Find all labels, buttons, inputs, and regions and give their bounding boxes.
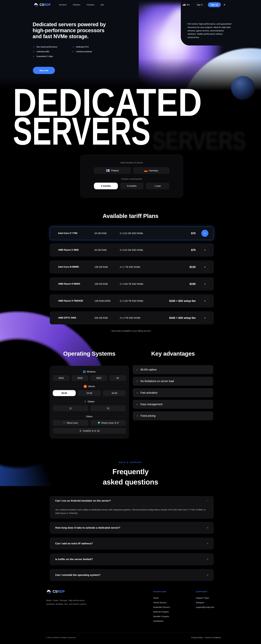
- plan-arrow-button[interactable]: ›: [201, 246, 208, 254]
- footer-link-home[interactable]: Home: [153, 597, 170, 601]
- cloud-logo-icon: [46, 590, 51, 594]
- location-button-finland[interactable]: Finland: [94, 167, 131, 174]
- os-button-debian-11[interactable]: 11: [53, 405, 88, 411]
- os-group-ubuntu: Ubuntu: [53, 385, 126, 388]
- faq-question[interactable]: Can I add an extra IP address?: [55, 538, 93, 550]
- period-button-6-months[interactable]: 6 months: [120, 182, 144, 189]
- faq-item[interactable]: Can I reinstall the operating system? +: [50, 569, 214, 581]
- privacy-policy-link[interactable]: Privacy Policy: [191, 636, 203, 638]
- faq-item[interactable]: How long does it take to activate a dedi…: [50, 522, 214, 534]
- plan-ram: 128 GB RAM: [95, 266, 108, 268]
- plan-price: $195 + $25 setup fee: [169, 300, 196, 302]
- faq-question[interactable]: How long does it take to activate a dedi…: [55, 522, 120, 534]
- faq-question[interactable]: Can I reinstall the operating system?: [55, 569, 100, 581]
- footer-link-dashboard[interactable]: Dashboard: [153, 620, 170, 624]
- plan-row[interactable]: AMD Ryzen 9 7950X3D 128 RAM DDR5 2 x 1.9…: [50, 294, 214, 308]
- os-button-windows-2016[interactable]: 2016: [53, 375, 70, 381]
- service-selector-card: Select location of service Finland Germa…: [80, 155, 183, 198]
- faq-item[interactable]: Is traffic on the server limited? +: [50, 553, 214, 565]
- plan-cpu: AMD EPYC 9454: [58, 316, 76, 319]
- plan-arrow-button[interactable]: ›: [201, 314, 208, 322]
- advantage-item: ✓99.9% uptime: [133, 365, 213, 374]
- plan-row[interactable]: Intel Core i7-7700 64 GB RAM 2 x 512 GB …: [50, 226, 214, 240]
- plan-row[interactable]: AMD Ryzen 5 3600 64 GB RAM 2 x 512 GB SS…: [50, 244, 214, 256]
- nav-link-partners[interactable]: Partners: [73, 4, 80, 6]
- footer-link-dedicated-servers[interactable]: Dedicated Servers: [153, 606, 170, 610]
- footer-link-virtual-servers[interactable]: Virtual Servers: [153, 601, 170, 606]
- plan-arrow-button[interactable]: ›: [201, 280, 208, 288]
- period-button-3-months[interactable]: 3 months: [94, 182, 118, 189]
- plan-price: $445 + $45 setup fee: [169, 316, 196, 320]
- check-icon: ✓: [136, 403, 138, 406]
- os-button-ubuntu-2204[interactable]: 22.04: [78, 390, 101, 396]
- language-selector[interactable]: EN: [183, 4, 189, 6]
- hero-description: Full control, high performance, and guar…: [187, 22, 233, 39]
- os-button-ubuntu-2404[interactable]: 24.04: [103, 390, 126, 396]
- sign-in-button[interactable]: Sign in: [194, 2, 206, 7]
- faq-item[interactable]: Can I add an extra IP address? +: [50, 538, 214, 550]
- os-button-centos[interactable]: CentOS: 8, 9, 10: [53, 428, 126, 434]
- ubuntu-icon: [84, 385, 87, 388]
- feature-label: Unlimited workload: [76, 51, 92, 53]
- footer-link-support-email[interactable]: support@csrdp.host: [196, 606, 214, 610]
- faq-question[interactable]: Can I run an Android emulator on the ser…: [55, 496, 111, 506]
- expand-icon[interactable]: +: [207, 522, 208, 534]
- plan-arrow-button[interactable]: ›: [201, 297, 208, 304]
- os-button-ubuntu-2004[interactable]: 20.04: [53, 390, 76, 396]
- plan-ram: 128 GB RAM: [95, 283, 108, 285]
- plans-note: * More plans available in your billing a…: [0, 330, 261, 332]
- os-button-windows-2022[interactable]: 2022: [90, 375, 107, 381]
- os-card: Windows 2016 2019 2022 10 Ubuntu: [50, 366, 129, 438]
- plan-row[interactable]: Intel Core i9-9900K 128 GB RAM 2 x 1 TB …: [50, 260, 214, 274]
- footer-legal-links: Privacy Policy•Terms & Conditions: [180, 636, 221, 638]
- expand-icon[interactable]: +: [207, 538, 208, 550]
- footer-link-reseller-program[interactable]: Reseller Program: [153, 615, 170, 620]
- check-icon: ✓: [136, 391, 138, 394]
- expand-icon[interactable]: +: [207, 569, 208, 581]
- os-button-windows-2019[interactable]: 2019: [72, 375, 88, 381]
- nav-link-contacts[interactable]: Contacts: [86, 4, 94, 6]
- nav-link-info[interactable]: Info: [101, 4, 104, 6]
- chevron-right-icon: ›: [204, 248, 205, 252]
- plan-storage: 2 x 512 GB SSD NVMe: [120, 232, 143, 235]
- plan-storage: 2 x 512 GB SSD NVMe: [120, 249, 143, 251]
- plan-arrow-button[interactable]: ›: [201, 264, 208, 270]
- check-icon: ✓: [72, 50, 74, 53]
- plan-arrow-button[interactable]: ›: [201, 230, 208, 237]
- plan-row[interactable]: AMD EPYC 9454 256 GB RAM 2 x 2 TB SSD NV…: [50, 311, 214, 324]
- check-icon: ✓: [33, 50, 35, 53]
- location-label: Select location of service: [80, 162, 183, 164]
- footer-link-referral-program[interactable]: Referral Program: [153, 610, 170, 615]
- faq-answer: Yes, Android emulators work stably on de…: [55, 508, 206, 515]
- plan-storage: 2 x 3.84 TB SSD NVMe: [120, 283, 143, 285]
- plan-cpu: Intel Core i7-7700: [58, 232, 77, 235]
- collapse-icon[interactable]: −: [207, 496, 208, 506]
- nav-link-services[interactable]: Services: [59, 4, 67, 6]
- giant-line-2: SERVERS: [13, 109, 150, 145]
- chevron-right-icon: ›: [204, 265, 205, 268]
- os-button-debian-12[interactable]: 12: [90, 405, 126, 411]
- feature-item: ✓Non-shared performance: [33, 45, 57, 48]
- plan-row[interactable]: AMD Ryzen 9 5950X 128 GB RAM 2 x 3.84 TB…: [50, 278, 214, 290]
- theme-toggle-icon[interactable]: ☀: [223, 3, 225, 6]
- faq-question[interactable]: Is traffic on the server limited?: [55, 553, 93, 565]
- location-button-germany[interactable]: Germany: [133, 167, 169, 174]
- period-button-1-year[interactable]: 1 year: [146, 182, 169, 189]
- sign-up-button[interactable]: Sign up: [208, 2, 221, 7]
- divider: [191, 4, 192, 6]
- page: SERVERS CSRDP Services Partners Contacts…: [0, 0, 261, 644]
- feature-label: Dedicated IPv4: [76, 46, 89, 48]
- os-button-alma-linux[interactable]: Alma Linux: [53, 420, 88, 426]
- os-button-windows-10[interactable]: 10: [109, 375, 126, 381]
- expand-icon[interactable]: +: [207, 553, 208, 565]
- plan-ram: 64 GB RAM: [95, 232, 106, 235]
- buy-now-button[interactable]: Buy now: [33, 67, 55, 74]
- faq-item-expanded: Can I run an Android emulator on the ser…: [50, 496, 214, 519]
- terms-link[interactable]: Terms & Conditions: [205, 636, 221, 638]
- footer-link-support-ticket[interactable]: Support Ticket: [196, 597, 214, 601]
- footer-link-telegram[interactable]: Telegram: [196, 601, 214, 606]
- brand-logo[interactable]: CSRDP: [34, 0, 51, 10]
- footer-brand-logo[interactable]: CSRDP: [46, 590, 65, 594]
- language-label: EN: [187, 4, 189, 6]
- os-button-rocky-linux[interactable]: Rocky Linux: 8, 9: [91, 420, 126, 426]
